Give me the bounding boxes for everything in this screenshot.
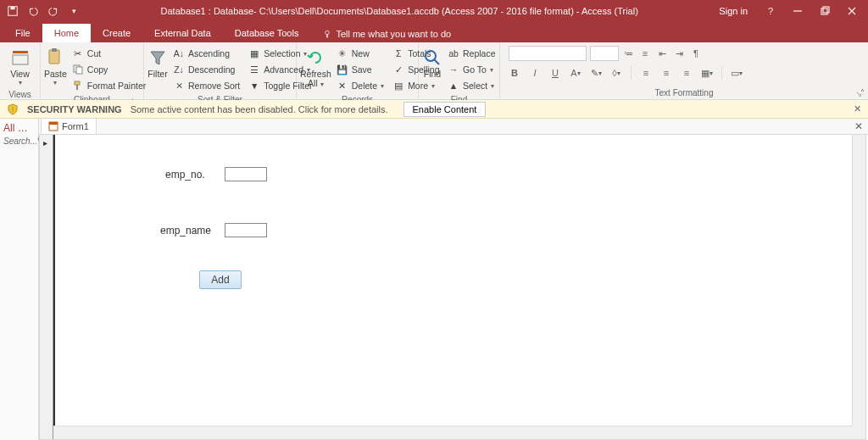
find-button[interactable]: Find (422, 46, 442, 81)
select-button[interactable]: ▲Select▾ (444, 78, 499, 93)
svg-rect-3 (821, 8, 827, 14)
sort-desc-button[interactable]: Z↓Descending (170, 62, 243, 77)
align-left-icon[interactable]: ≡ (640, 67, 652, 79)
numbering-icon[interactable]: ≡ (639, 47, 651, 59)
fill-color-icon[interactable]: ◊▾ (610, 67, 622, 79)
nav-search[interactable]: Search... (0, 136, 38, 146)
svg-rect-10 (13, 55, 28, 64)
paste-button[interactable]: Paste ▾ (44, 46, 67, 88)
restore-icon[interactable] (819, 5, 831, 17)
replace-button[interactable]: abReplace (444, 46, 499, 61)
svg-line-18 (434, 59, 439, 64)
sort-asc-button[interactable]: A↓Ascending (170, 46, 243, 61)
font-color-icon[interactable]: A▾ (570, 67, 581, 79)
save-icon[interactable] (7, 5, 19, 17)
group-views: View ▾ Views (0, 42, 41, 99)
help-icon[interactable]: ? (765, 5, 776, 17)
group-find: Find abReplace →Go To▾ ▲Select▾ Find (419, 42, 500, 99)
qat-customize-icon[interactable]: ▾ (68, 5, 80, 17)
sort-asc-icon: A↓ (173, 47, 185, 59)
group-text-label: Text Formatting↘ (504, 86, 865, 99)
collapse-ribbon-icon[interactable]: ˄ (860, 88, 865, 97)
replace-icon: ab (448, 47, 459, 59)
refresh-icon (305, 47, 326, 68)
redo-icon[interactable] (47, 5, 59, 17)
bullets-icon[interactable]: ≔ (622, 47, 634, 59)
filter-button[interactable]: Filter (147, 46, 168, 81)
remove-sort-button[interactable]: ⨯Remove Sort (170, 78, 243, 93)
nav-heading[interactable]: All … (0, 119, 38, 136)
vertical-scrollbar[interactable] (852, 135, 865, 426)
goto-button[interactable]: →Go To▾ (444, 62, 499, 77)
underline-icon[interactable]: U (549, 67, 561, 79)
svg-rect-12 (52, 48, 57, 52)
highlight-icon[interactable]: ✎▾ (590, 67, 602, 79)
delete-record-button[interactable]: ✕Delete▾ (333, 78, 387, 93)
record-selector[interactable]: ▸ (40, 135, 53, 439)
scroll-corner (852, 426, 865, 439)
svg-rect-14 (76, 67, 82, 74)
chevron-down-icon: ▾ (53, 79, 57, 86)
tab-form1[interactable]: Form1 (41, 118, 97, 134)
chevron-down-icon: ▾ (19, 79, 22, 86)
view-button[interactable]: View ▾ (3, 46, 36, 88)
gridlines-icon[interactable]: ▦▾ (701, 67, 713, 79)
security-message[interactable]: Some active content has been disabled. C… (131, 104, 388, 114)
funnel-icon (147, 47, 168, 68)
security-heading: SECURITY WARNING (27, 104, 122, 114)
tab-home[interactable]: Home (42, 24, 91, 42)
horizontal-scrollbar[interactable] (53, 426, 852, 439)
scissors-icon: ✂ (72, 47, 84, 59)
indent-decrease-icon[interactable]: ⇤ (656, 47, 668, 59)
emp-no-label: emp_no. (165, 169, 205, 181)
shield-icon: ! (7, 103, 19, 115)
tab-create[interactable]: Create (91, 24, 142, 42)
alternate-row-color-icon[interactable]: ▭▾ (731, 67, 743, 79)
tab-form1-label: Form1 (62, 121, 89, 131)
close-icon[interactable]: ✕ (854, 120, 863, 132)
close-icon[interactable] (846, 5, 858, 17)
document-tab-strip: Form1 ✕ (39, 119, 868, 135)
tell-me-box[interactable]: Tell me what you want to do (315, 25, 458, 42)
font-name-combo[interactable] (509, 46, 587, 61)
tab-external-data[interactable]: External Data (142, 24, 223, 42)
group-records: Refresh All ▾ ✳New 💾Save ✕Delete▾ ΣTotal… (297, 42, 419, 99)
bold-icon[interactable]: B (509, 67, 520, 79)
save-record-button[interactable]: 💾Save (333, 62, 387, 77)
tab-database-tools[interactable]: Database Tools (223, 24, 311, 42)
align-center-icon[interactable]: ≡ (660, 67, 672, 79)
copy-button[interactable]: Copy (69, 62, 149, 77)
add-button[interactable]: Add (199, 270, 242, 289)
emp-no-field[interactable] (225, 167, 267, 181)
group-text-formatting: ≔ ≡ ⇤ ⇥ ¶ B I U A▾ ✎▾ ◊▾ ≡ ≡ ≡ ▦▾ (500, 42, 868, 99)
emp-name-field[interactable] (225, 223, 267, 237)
align-right-icon[interactable]: ≡ (681, 67, 693, 79)
arrow-right-icon: → (448, 64, 459, 75)
undo-icon[interactable] (27, 5, 39, 17)
enable-content-button[interactable]: Enable Content (403, 102, 487, 117)
navigation-pane[interactable]: All … Search... (0, 119, 39, 440)
tab-file[interactable]: File (3, 24, 42, 42)
sigma-icon: Σ (392, 47, 404, 59)
new-record-button[interactable]: ✳New (333, 46, 387, 61)
refresh-all-button[interactable]: Refresh All ▾ (300, 46, 331, 90)
form-icon (48, 121, 58, 131)
minimize-icon[interactable] (792, 5, 804, 17)
sort-desc-icon: Z↓ (173, 64, 185, 75)
selection-icon: ▦ (248, 47, 260, 59)
current-record-marker-icon: ▸ (43, 138, 47, 148)
group-sort-filter: Filter A↓Ascending Z↓Descending ⨯Remove … (144, 42, 297, 99)
ribbon-tab-strip: File Home Create External Data Database … (0, 22, 868, 42)
indent-increase-icon[interactable]: ⇥ (673, 47, 685, 59)
font-size-combo[interactable] (590, 46, 619, 61)
svg-rect-23 (49, 122, 58, 125)
svg-rect-9 (13, 51, 28, 53)
tell-me-label: Tell me what you want to do (336, 29, 451, 39)
close-icon[interactable]: ✕ (854, 103, 861, 114)
cut-button[interactable]: ✂Cut (69, 46, 149, 61)
format-painter-button[interactable]: Format Painter (69, 78, 149, 93)
text-direction-icon[interactable]: ¶ (690, 47, 702, 59)
sign-in-link[interactable]: Sign in (719, 6, 754, 16)
toggle-filter-icon: ▼ (248, 80, 260, 92)
italic-icon[interactable]: I (529, 67, 541, 79)
